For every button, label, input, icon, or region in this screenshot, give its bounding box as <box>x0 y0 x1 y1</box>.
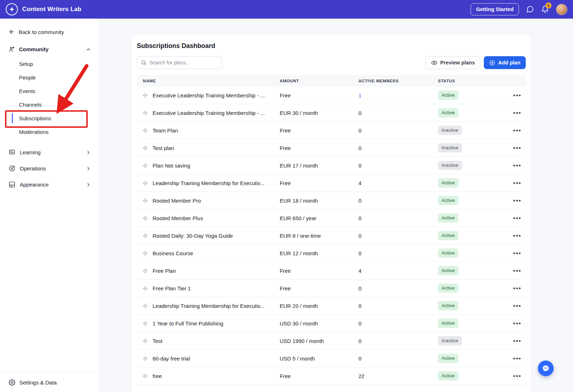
chat-launcher-button[interactable] <box>538 360 554 376</box>
status-badge: Active <box>438 266 458 275</box>
row-menu-button[interactable]: ••• <box>509 285 526 292</box>
drag-move-icon[interactable] <box>143 268 148 274</box>
preview-plans-button[interactable]: Preview plans <box>426 56 480 69</box>
app-logo[interactable] <box>6 3 18 15</box>
row-menu-button[interactable]: ••• <box>509 320 526 327</box>
row-menu-button[interactable]: ••• <box>509 338 526 344</box>
row-menu-button[interactable]: ••• <box>509 355 526 362</box>
table-row[interactable]: Free Plan Free 4 Active ••• <box>137 262 526 280</box>
drag-move-icon[interactable] <box>143 338 148 344</box>
table-row[interactable]: Test USD 1990 / month 0 Inactive ••• <box>137 332 526 350</box>
table-row[interactable]: Business Course EUR 12 / month 0 Active … <box>137 245 526 262</box>
drag-move-icon[interactable] <box>143 321 148 326</box>
row-menu-button[interactable]: ••• <box>509 145 526 151</box>
table-row[interactable]: Executive Leadership Training Membership… <box>137 104 526 122</box>
plan-amount: EUR 20 / month <box>280 303 358 309</box>
drag-move-icon[interactable] <box>143 233 148 238</box>
sidebar-item-subscriptions[interactable]: Subscriptions <box>9 111 93 125</box>
sidebar-item-operations[interactable]: Operations <box>9 160 93 176</box>
sidebar-item-moderations[interactable]: Moderations <box>9 125 93 139</box>
row-menu-button[interactable]: ••• <box>509 215 526 222</box>
drag-move-icon[interactable] <box>143 198 148 203</box>
column-header-active-members: ACTIVE MEMBERS <box>358 79 438 83</box>
sidebar-item-events[interactable]: Events <box>9 84 93 98</box>
table-row[interactable]: free Free 22 Active ••• <box>137 367 526 385</box>
table-row[interactable]: Rooted Member Plus EUR 650 / year 0 Acti… <box>137 209 526 227</box>
main-content: Subscriptions Dashboard Preview plans <box>100 19 573 392</box>
drag-move-icon[interactable] <box>143 356 148 361</box>
row-menu-button[interactable]: ••• <box>509 250 526 257</box>
back-arrow-icon <box>9 29 15 35</box>
appearance-icon <box>9 181 15 188</box>
status-badge: Active <box>438 108 458 117</box>
plan-amount: EUR 650 / year <box>280 215 358 221</box>
getting-started-button[interactable]: Getting Started <box>471 3 519 15</box>
bell-icon[interactable]: 5 <box>541 5 549 13</box>
drag-move-icon[interactable] <box>143 163 148 168</box>
sidebar: Back to community Community Setup People… <box>0 19 100 392</box>
plan-amount: EUR 8 / one-time <box>280 233 358 239</box>
row-menu-button[interactable]: ••• <box>509 267 526 274</box>
plan-active-members[interactable]: 1 <box>358 92 438 98</box>
sidebar-section-community[interactable]: Community <box>9 46 93 53</box>
table-row[interactable]: 60-day free trial USD 5 / month 0 Active… <box>137 350 526 367</box>
table-row[interactable]: Executive Leadership Training Membership… <box>137 87 526 104</box>
drag-move-icon[interactable] <box>143 128 148 133</box>
table-row[interactable]: Rooted Member Pro EUR 18 / month 0 Activ… <box>137 192 526 209</box>
status-badge: Active <box>438 284 458 293</box>
row-menu-button[interactable]: ••• <box>509 232 526 239</box>
status-badge: Active <box>438 301 458 310</box>
column-header-amount: AMOUNT <box>280 79 358 83</box>
drag-move-icon[interactable] <box>143 251 148 256</box>
drag-move-icon[interactable] <box>143 93 148 98</box>
row-menu-button[interactable]: ••• <box>509 180 526 187</box>
drag-move-icon[interactable] <box>143 373 148 379</box>
table-row[interactable]: Team Plan Free 0 Inactive ••• <box>137 122 526 139</box>
add-plan-button[interactable]: Add plan <box>484 56 526 69</box>
sidebar-item-setup[interactable]: Setup <box>9 57 93 71</box>
subnav-label: People <box>19 74 36 81</box>
table-row[interactable]: 1 Year to Full Time Publishing USD 30 / … <box>137 315 526 332</box>
row-menu-button[interactable]: ••• <box>509 197 526 204</box>
row-menu-button[interactable]: ••• <box>509 162 526 169</box>
table-row[interactable]: Free Plan Tier 1 Free 0 Active ••• <box>137 280 526 297</box>
row-menu-button[interactable]: ••• <box>509 127 526 134</box>
drag-move-icon[interactable] <box>143 110 148 116</box>
row-menu-button[interactable]: ••• <box>509 303 526 309</box>
app-title: Content Writers Lab <box>22 6 81 13</box>
chat-icon[interactable] <box>526 5 534 13</box>
plan-amount: Free <box>280 373 358 379</box>
table-row[interactable]: Test plan Free 0 Inactive ••• <box>137 139 526 157</box>
chat-bubble-icon <box>542 364 550 372</box>
chevron-right-icon <box>86 182 91 188</box>
back-to-community-link[interactable]: Back to community <box>9 29 93 35</box>
settings-and-data-link[interactable]: Settings & Data <box>0 373 99 392</box>
sidebar-item-channels[interactable]: Channels <box>9 98 93 111</box>
chevron-right-icon <box>86 150 91 155</box>
plan-amount: EUR 30 / month <box>280 110 358 116</box>
sidebar-item-people[interactable]: People <box>9 71 93 84</box>
preview-plans-label: Preview plans <box>440 60 475 66</box>
avatar[interactable] <box>556 4 567 15</box>
drag-move-icon[interactable] <box>143 180 148 186</box>
sidebar-item-learning[interactable]: Learning <box>9 144 93 160</box>
row-menu-button[interactable]: ••• <box>509 92 526 99</box>
plan-active-members: 0 <box>358 163 438 169</box>
plan-amount: USD 5 / month <box>280 355 358 362</box>
drag-move-icon[interactable] <box>143 286 148 291</box>
drag-move-icon[interactable] <box>143 303 148 309</box>
table-row[interactable]: Leadership Training Membership for Execu… <box>137 297 526 315</box>
drag-move-icon[interactable] <box>143 216 148 221</box>
row-menu-button[interactable]: ••• <box>509 110 526 116</box>
search-input[interactable] <box>137 56 222 69</box>
plan-active-members: 0 <box>358 233 438 239</box>
community-people-icon <box>9 46 15 53</box>
add-plan-label: Add plan <box>498 60 520 66</box>
sidebar-item-appearance[interactable]: Appearance <box>9 176 93 193</box>
row-menu-button[interactable]: ••• <box>509 373 526 379</box>
drag-move-icon[interactable] <box>143 145 148 151</box>
search-icon <box>141 60 146 66</box>
table-row[interactable]: Rooted Daily: 30-Day Yoga Guide EUR 8 / … <box>137 227 526 245</box>
table-row[interactable]: Plan Not saving EUR 17 / month 0 Inactiv… <box>137 157 526 174</box>
table-row[interactable]: Leadership Training Membership for Execu… <box>137 174 526 192</box>
